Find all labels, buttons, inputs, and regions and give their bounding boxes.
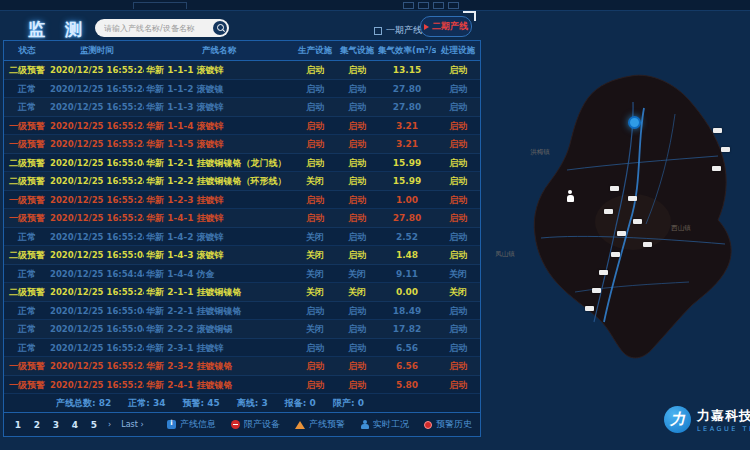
summary-label: 报备:: [285, 398, 307, 408]
table-row[interactable]: 一级预警 2020/12/25 16:55:24 华新 2-4-1 挂镀镍铬 启…: [4, 376, 480, 395]
map-cluster-marker[interactable]: [713, 128, 722, 133]
cell-treatment-facility: 启动: [436, 209, 480, 227]
map-region-label: 凤山镇: [495, 250, 515, 259]
map-cluster-marker[interactable]: [721, 147, 730, 152]
table-row[interactable]: 正常 2020/12/25 16:55:04 华新 2-2-1 挂镀铜镍铬 启动…: [4, 302, 480, 321]
checkbox-icon[interactable]: [374, 27, 382, 35]
summary-item: 限产: 0: [333, 397, 364, 410]
company-logo: 力 力嘉科技 LEAGUE TE: [664, 406, 750, 433]
table-row[interactable]: 一级预警 2020/12/25 16:55:24 华新 1-4-1 挂镀锌 启动…: [4, 209, 480, 228]
page-number[interactable]: 2: [31, 418, 43, 432]
page-title: 监 测: [28, 18, 89, 41]
cell-gas-facility: 启动: [336, 228, 378, 246]
column-header: 集气设施: [336, 45, 378, 57]
cell-status: 正常: [4, 228, 50, 246]
legend-button[interactable]: 产线信息: [167, 418, 216, 431]
table-row[interactable]: 正常 2020/12/25 16:54:44 华新 1-4-4 仿金 关闭 关闭…: [4, 265, 480, 284]
table-row[interactable]: 二级预警 2020/12/25 16:55:04 华新 1-4-3 滚镀锌 关闭…: [4, 246, 480, 265]
map-cluster-marker[interactable]: [643, 242, 652, 247]
map-cluster-marker[interactable]: [611, 252, 620, 257]
top-tab-decoration: [133, 2, 187, 9]
table-row[interactable]: 一级预警 2020/12/25 16:55:24 华新 1-2-3 挂镀锌 启动…: [4, 191, 480, 210]
cell-status: 正常: [4, 302, 50, 320]
page-number[interactable]: 5: [88, 418, 100, 432]
cell-time: 2020/12/25 16:55:24: [50, 172, 144, 190]
next-page-icon[interactable]: ›: [108, 420, 111, 429]
person-marker-icon[interactable]: [566, 190, 574, 203]
cell-gas-efficiency: 3.21: [378, 135, 436, 153]
map-cluster-marker[interactable]: [599, 270, 608, 275]
table-row[interactable]: 正常 2020/12/25 16:55:24 华新 1-1-3 滚镀锌 启动 启…: [4, 98, 480, 117]
table-row[interactable]: 一级预警 2020/12/25 16:55:24 华新 1-1-4 滚镀锌 启动…: [4, 117, 480, 136]
cell-time: 2020/12/25 16:55:24: [50, 80, 144, 98]
phase1-checkbox[interactable]: 一期产线: [374, 24, 422, 37]
cell-production-facility: 启动: [294, 80, 336, 98]
map-cluster-marker[interactable]: [628, 196, 637, 201]
cell-time: 2020/12/25 16:55:24: [50, 283, 144, 301]
cell-treatment-facility: 关闭: [436, 283, 480, 301]
map-cluster-marker[interactable]: [633, 219, 642, 224]
info-icon: [167, 420, 176, 429]
cell-gas-facility: 启动: [336, 191, 378, 209]
table-row[interactable]: 二级预警 2020/12/25 16:55:24 华新 2-1-1 挂镀铜镍铬 …: [4, 283, 480, 302]
legend-button[interactable]: 产线预警: [295, 418, 345, 431]
map-cluster-marker[interactable]: [604, 209, 613, 214]
cell-treatment-facility: 启动: [436, 154, 480, 172]
column-header: 集气效率(m³/s): [378, 45, 436, 57]
cell-time: 2020/12/25 16:55:24: [50, 228, 144, 246]
legend-button[interactable]: 实时工况: [360, 418, 409, 431]
cell-time: 2020/12/25 16:55:04: [50, 246, 144, 264]
column-header: 产线名称: [144, 45, 294, 57]
table-row[interactable]: 一级预警 2020/12/25 16:55:24 华新 1-1-5 滚镀锌 启动…: [4, 135, 480, 154]
table-row[interactable]: 二级预警 2020/12/25 16:55:24 华新 1-2-2 挂镀铜镍铬（…: [4, 172, 480, 191]
flag-icon: [424, 24, 429, 30]
header-deco-square: [403, 2, 414, 9]
cell-gas-facility: 启动: [336, 357, 378, 375]
cell-time: 2020/12/25 16:55:04: [50, 302, 144, 320]
cell-production-facility: 关闭: [294, 320, 336, 338]
map-cluster-marker[interactable]: [592, 288, 601, 293]
table-row[interactable]: 一级预警 2020/12/25 16:55:24 华新 2-3-2 挂镀镍铬 启…: [4, 357, 480, 376]
summary-label: 正常:: [128, 398, 150, 408]
page-number[interactable]: 3: [50, 418, 62, 432]
phase2-label: 二期产线: [432, 20, 468, 33]
cell-gas-efficiency: 6.56: [378, 339, 436, 357]
search-icon[interactable]: [213, 21, 227, 35]
cell-treatment-facility: 启动: [436, 320, 480, 338]
page-number[interactable]: 1: [12, 418, 24, 432]
search-bar[interactable]: [95, 19, 229, 37]
cell-production-facility: 启动: [294, 357, 336, 375]
map-cluster-marker[interactable]: [585, 306, 594, 311]
page-number[interactable]: 4: [69, 418, 81, 432]
map-cluster-marker[interactable]: [617, 231, 626, 236]
table-row[interactable]: 正常 2020/12/25 16:55:04 华新 2-2-2 滚镀铜锡 关闭 …: [4, 320, 480, 339]
cell-gas-efficiency: 1.00: [378, 191, 436, 209]
map-cluster-marker[interactable]: [712, 166, 721, 171]
cell-production-facility: 关闭: [294, 265, 336, 283]
cell-gas-efficiency: 3.21: [378, 117, 436, 135]
legend-button[interactable]: 预警历史: [424, 418, 472, 431]
cell-gas-facility: 启动: [336, 376, 378, 394]
cell-gas-efficiency: 0.00: [378, 283, 436, 301]
map-cluster-marker[interactable]: [610, 186, 619, 191]
cell-gas-efficiency: 27.80: [378, 209, 436, 227]
cell-gas-facility: 启动: [336, 61, 378, 79]
phase2-button[interactable]: 二期产线: [420, 16, 472, 37]
table-row[interactable]: 二级预警 2020/12/25 16:55:04 华新 1-2-1 挂镀铜镍铬（…: [4, 154, 480, 173]
corner-bracket-decoration: [463, 11, 476, 21]
cell-status: 正常: [4, 265, 50, 283]
district-map[interactable]: 洪梅镇西山镇凤山镇: [483, 42, 750, 407]
cell-gas-facility: 启动: [336, 209, 378, 227]
cell-line-name: 华新 1-1-2 滚镀镍: [144, 80, 294, 98]
table-row[interactable]: 正常 2020/12/25 16:55:24 华新 1-1-2 滚镀镍 启动 启…: [4, 80, 480, 99]
legend-button[interactable]: 限产设备: [231, 418, 280, 431]
table-row[interactable]: 二级预警 2020/12/25 16:55:24 华新 1-1-1 滚镀锌 启动…: [4, 61, 480, 80]
table-row[interactable]: 正常 2020/12/25 16:55:24 华新 1-4-2 滚镀锌 关闭 启…: [4, 228, 480, 247]
last-page-button[interactable]: Last ›: [121, 420, 143, 429]
search-input[interactable]: [95, 21, 213, 35]
cell-line-name: 华新 2-3-1 挂镀锌: [144, 339, 294, 357]
table-row[interactable]: 正常 2020/12/25 16:55:24 华新 2-3-1 挂镀锌 启动 启…: [4, 339, 480, 358]
summary-label: 产线总数:: [56, 398, 96, 408]
selected-point-marker[interactable]: [628, 116, 641, 129]
map-region-label: 西山镇: [671, 224, 691, 233]
